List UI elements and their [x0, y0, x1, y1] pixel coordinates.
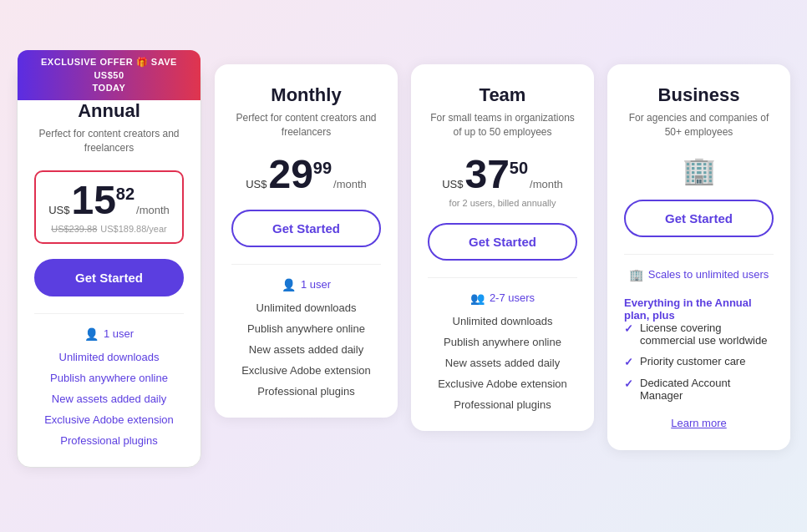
price-currency-annual: US$ — [48, 205, 69, 215]
price-cents-team: 50 — [510, 160, 528, 176]
business-feature-item: ✓ Priority customer care — [624, 355, 774, 368]
plan-desc-monthly: Perfect for content creators and freelan… — [231, 111, 381, 139]
feature-item-annual: New assets added daily — [34, 393, 184, 405]
user-icon-monthly: 👤 — [282, 278, 296, 291]
user-icon-annual: 👤 — [84, 327, 99, 341]
price-amount-team: 37 — [464, 155, 509, 195]
price-sub-annual: US$239.88US$189.88/year — [51, 224, 167, 234]
get-started-button-team[interactable]: Get Started — [428, 223, 577, 261]
price-period-annual: /month — [136, 205, 170, 215]
plan-name-business: Business — [624, 84, 774, 106]
feature-item-monthly: Publish anywhere online — [231, 322, 381, 335]
feature-item-team: Exclusive Adobe extension — [428, 377, 577, 390]
feature-item-monthly: Professional plugins — [231, 385, 381, 398]
plan-name-monthly: Monthly — [231, 84, 381, 106]
divider-monthly — [231, 264, 381, 265]
plan-card-monthly: MonthlyPerfect for content creators and … — [215, 64, 398, 418]
user-label-annual: 👤 1 user — [34, 327, 184, 341]
get-started-button-monthly[interactable]: Get Started — [231, 210, 381, 247]
price-currency-monthly: US$ — [246, 179, 266, 190]
plan-desc-annual: Perfect for content creators and freelan… — [34, 127, 184, 155]
feature-list-monthly: Unlimited downloadsPublish anywhere onli… — [231, 301, 381, 398]
user-icon-team: 👥 — [470, 291, 485, 305]
feature-item-team: Publish anywhere online — [428, 336, 577, 348]
price-cents-annual: 82 — [116, 185, 134, 202]
building-icon: 🏢 — [629, 268, 643, 281]
price-currency-team: US$ — [442, 179, 463, 190]
plan-name-annual: Annual — [34, 100, 184, 122]
divider-business — [624, 254, 774, 255]
plan-desc-business: For agencies and companies of 50+ employ… — [624, 111, 774, 139]
check-icon: ✓ — [624, 322, 633, 335]
business-heading: Everything in the Annual plan, plus — [624, 296, 774, 322]
exclusive-badge: EXCLUSIVE OFFER 🎁 SAVE US$50TODAY — [18, 50, 200, 100]
plan-name-team: Team — [428, 84, 577, 106]
get-started-button-annual[interactable]: Get Started — [34, 259, 184, 296]
feature-item-monthly: Exclusive Adobe extension — [231, 364, 381, 377]
user-label-team: 👥 2-7 users — [428, 291, 577, 305]
get-started-button-business[interactable]: Get Started — [624, 200, 774, 237]
price-period-team: /month — [530, 179, 563, 190]
user-label-business: 🏢 Scales to unlimited users — [624, 268, 774, 281]
feature-list-business: ✓ License covering commercial use worldw… — [624, 322, 774, 402]
check-icon: ✓ — [624, 377, 633, 390]
pricing-container: EXCLUSIVE OFFER 🎁 SAVE US$50TODAYAnnualP… — [17, 64, 790, 468]
feature-item-annual: Unlimited downloads — [34, 351, 184, 363]
price-box-team: US$ 37 50 /month for 2 users, billed ann… — [428, 155, 577, 208]
learn-more-link[interactable]: Learn more — [671, 417, 726, 429]
price-cents-monthly: 99 — [313, 160, 332, 176]
feature-item-monthly: New assets added daily — [231, 343, 381, 356]
feature-item-annual: Exclusive Adobe extension — [34, 413, 184, 426]
plan-card-business: BusinessFor agencies and companies of 50… — [607, 64, 790, 450]
user-label-monthly: 👤 1 user — [231, 278, 381, 291]
business-feature-item: ✓ License covering commercial use worldw… — [624, 322, 774, 347]
feature-list-team: Unlimited downloadsPublish anywhere onli… — [428, 315, 577, 411]
price-amount-monthly: 29 — [268, 155, 312, 195]
plan-card-annual: EXCLUSIVE OFFER 🎁 SAVE US$50TODAYAnnualP… — [17, 64, 201, 468]
feature-item-team: New assets added daily — [428, 357, 577, 369]
divider-team — [428, 277, 577, 278]
business-icon: 🏢 — [624, 155, 774, 186]
feature-item-team: Professional plugins — [428, 398, 577, 411]
price-note-team: for 2 users, billed annually — [449, 198, 556, 208]
price-amount-annual: 15 — [71, 180, 115, 220]
feature-item-annual: Professional plugins — [34, 434, 184, 447]
divider-annual — [34, 313, 184, 314]
price-box-annual: US$ 15 82 /month US$239.88US$189.88/year — [34, 170, 184, 244]
feature-list-annual: Unlimited downloadsPublish anywhere onli… — [34, 351, 184, 447]
feature-item-monthly: Unlimited downloads — [231, 301, 381, 314]
feature-item-annual: Publish anywhere online — [34, 372, 184, 384]
price-period-monthly: /month — [333, 179, 367, 190]
check-icon: ✓ — [624, 356, 633, 368]
plan-card-team: TeamFor small teams in organizations of … — [411, 64, 594, 431]
plan-desc-team: For small teams in organizations of up t… — [428, 111, 577, 139]
business-feature-item: ✓ Dedicated Account Manager — [624, 377, 774, 402]
price-box-monthly: US$ 29 99 /month — [231, 155, 381, 195]
feature-item-team: Unlimited downloads — [428, 315, 577, 327]
